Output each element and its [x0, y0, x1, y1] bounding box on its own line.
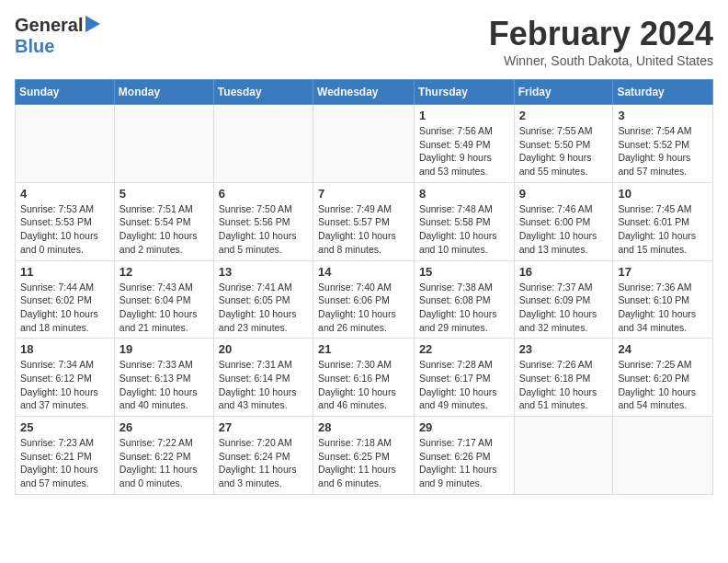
- day-info: Sunrise: 7:28 AM Sunset: 6:17 PM Dayligh…: [419, 358, 509, 412]
- calendar-cell: 13Sunrise: 7:41 AM Sunset: 6:05 PM Dayli…: [213, 260, 313, 339]
- day-info: Sunrise: 7:22 AM Sunset: 6:22 PM Dayligh…: [119, 436, 209, 490]
- day-info: Sunrise: 7:33 AM Sunset: 6:13 PM Dayligh…: [119, 358, 209, 412]
- day-info: Sunrise: 7:18 AM Sunset: 6:25 PM Dayligh…: [318, 436, 409, 490]
- day-number: 3: [618, 109, 708, 122]
- calendar-cell: 20Sunrise: 7:31 AM Sunset: 6:14 PM Dayli…: [213, 339, 313, 417]
- day-info: Sunrise: 7:56 AM Sunset: 5:49 PM Dayligh…: [419, 124, 509, 178]
- calendar-cell: 18Sunrise: 7:34 AM Sunset: 6:12 PM Dayli…: [16, 339, 115, 417]
- calendar-cell: 29Sunrise: 7:17 AM Sunset: 6:26 PM Dayli…: [414, 417, 514, 495]
- day-info: Sunrise: 7:30 AM Sunset: 6:16 PM Dayligh…: [318, 358, 409, 412]
- day-info: Sunrise: 7:49 AM Sunset: 5:57 PM Dayligh…: [318, 202, 409, 257]
- weekday-header-sunday: Sunday: [16, 80, 115, 105]
- calendar-cell: 28Sunrise: 7:18 AM Sunset: 6:25 PM Dayli…: [313, 417, 415, 495]
- calendar-cell: 3Sunrise: 7:54 AM Sunset: 5:52 PM Daylig…: [613, 105, 713, 183]
- day-number: 23: [519, 342, 609, 356]
- calendar-cell: 25Sunrise: 7:23 AM Sunset: 6:21 PM Dayli…: [16, 417, 115, 495]
- day-info: Sunrise: 7:48 AM Sunset: 5:58 PM Dayligh…: [419, 202, 509, 257]
- weekday-header-wednesday: Wednesday: [313, 80, 415, 105]
- day-number: 4: [20, 187, 109, 201]
- header: General Blue February 2024 Winner, South…: [15, 15, 713, 68]
- calendar-cell: 22Sunrise: 7:28 AM Sunset: 6:17 PM Dayli…: [414, 339, 514, 417]
- day-number: 11: [20, 265, 109, 279]
- weekday-header-row: SundayMondayTuesdayWednesdayThursdayFrid…: [16, 80, 713, 105]
- calendar-cell: 19Sunrise: 7:33 AM Sunset: 6:13 PM Dayli…: [114, 339, 213, 417]
- day-number: 14: [318, 265, 409, 279]
- day-number: 10: [618, 187, 708, 201]
- calendar-cell: 26Sunrise: 7:22 AM Sunset: 6:22 PM Dayli…: [114, 417, 213, 495]
- day-info: Sunrise: 7:40 AM Sunset: 6:06 PM Dayligh…: [318, 281, 409, 335]
- day-number: 20: [219, 342, 308, 356]
- logo: General Blue: [15, 15, 100, 57]
- weekday-header-friday: Friday: [514, 80, 613, 105]
- day-info: Sunrise: 7:26 AM Sunset: 6:18 PM Dayligh…: [519, 358, 609, 412]
- calendar-cell: 21Sunrise: 7:30 AM Sunset: 6:16 PM Dayli…: [313, 339, 415, 417]
- day-number: 5: [119, 187, 209, 201]
- calendar-week-row: 1Sunrise: 7:56 AM Sunset: 5:49 PM Daylig…: [16, 105, 713, 183]
- day-info: Sunrise: 7:54 AM Sunset: 5:52 PM Dayligh…: [618, 124, 708, 178]
- calendar-cell: 8Sunrise: 7:48 AM Sunset: 5:58 PM Daylig…: [414, 182, 514, 260]
- day-number: 7: [318, 187, 409, 201]
- day-info: Sunrise: 7:37 AM Sunset: 6:09 PM Dayligh…: [519, 281, 609, 335]
- day-number: 15: [419, 265, 509, 279]
- day-info: Sunrise: 7:51 AM Sunset: 5:54 PM Dayligh…: [119, 202, 209, 257]
- weekday-header-thursday: Thursday: [414, 80, 514, 105]
- logo-blue-text: Blue: [15, 36, 54, 57]
- day-info: Sunrise: 7:44 AM Sunset: 6:02 PM Dayligh…: [20, 281, 109, 335]
- day-number: 27: [219, 420, 308, 434]
- day-info: Sunrise: 7:53 AM Sunset: 5:53 PM Dayligh…: [20, 202, 109, 257]
- calendar-cell: [613, 417, 713, 495]
- title-location: Winner, South Dakota, United States: [489, 53, 713, 68]
- day-number: 2: [519, 109, 609, 122]
- day-info: Sunrise: 7:43 AM Sunset: 6:04 PM Dayligh…: [119, 281, 209, 335]
- weekday-header-saturday: Saturday: [613, 80, 713, 105]
- day-number: 18: [20, 342, 109, 356]
- calendar-week-row: 11Sunrise: 7:44 AM Sunset: 6:02 PM Dayli…: [16, 260, 713, 339]
- day-info: Sunrise: 7:17 AM Sunset: 6:26 PM Dayligh…: [419, 436, 509, 490]
- calendar-cell: 24Sunrise: 7:25 AM Sunset: 6:20 PM Dayli…: [613, 339, 713, 417]
- calendar-cell: 15Sunrise: 7:38 AM Sunset: 6:08 PM Dayli…: [414, 260, 514, 339]
- calendar-cell: 7Sunrise: 7:49 AM Sunset: 5:57 PM Daylig…: [313, 182, 415, 260]
- calendar-week-row: 25Sunrise: 7:23 AM Sunset: 6:21 PM Dayli…: [16, 417, 713, 495]
- calendar-cell: 2Sunrise: 7:55 AM Sunset: 5:50 PM Daylig…: [514, 105, 613, 183]
- calendar-cell: 12Sunrise: 7:43 AM Sunset: 6:04 PM Dayli…: [114, 260, 213, 339]
- calendar-cell: 1Sunrise: 7:56 AM Sunset: 5:49 PM Daylig…: [414, 105, 514, 183]
- day-number: 21: [318, 342, 409, 356]
- day-info: Sunrise: 7:34 AM Sunset: 6:12 PM Dayligh…: [20, 358, 109, 412]
- day-info: Sunrise: 7:20 AM Sunset: 6:24 PM Dayligh…: [219, 436, 308, 490]
- calendar-cell: 10Sunrise: 7:45 AM Sunset: 6:01 PM Dayli…: [613, 182, 713, 260]
- calendar-table: SundayMondayTuesdayWednesdayThursdayFrid…: [15, 79, 713, 495]
- title-month: February 2024: [489, 15, 713, 53]
- day-info: Sunrise: 7:50 AM Sunset: 5:56 PM Dayligh…: [219, 202, 308, 257]
- calendar-cell: 14Sunrise: 7:40 AM Sunset: 6:06 PM Dayli…: [313, 260, 415, 339]
- calendar-cell: 27Sunrise: 7:20 AM Sunset: 6:24 PM Dayli…: [213, 417, 313, 495]
- day-number: 12: [119, 265, 209, 279]
- logo-triangle-icon: [85, 16, 100, 36]
- calendar-cell: 6Sunrise: 7:50 AM Sunset: 5:56 PM Daylig…: [213, 182, 313, 260]
- day-number: 1: [419, 109, 509, 122]
- day-info: Sunrise: 7:36 AM Sunset: 6:10 PM Dayligh…: [618, 281, 708, 335]
- calendar-cell: 17Sunrise: 7:36 AM Sunset: 6:10 PM Dayli…: [613, 260, 713, 339]
- day-number: 6: [219, 187, 308, 201]
- calendar-cell: [114, 105, 213, 183]
- calendar-cell: [16, 105, 115, 183]
- weekday-header-tuesday: Tuesday: [213, 80, 313, 105]
- weekday-header-monday: Monday: [114, 80, 213, 105]
- day-number: 19: [119, 342, 209, 356]
- day-number: 17: [618, 265, 708, 279]
- day-number: 28: [318, 420, 409, 434]
- day-info: Sunrise: 7:31 AM Sunset: 6:14 PM Dayligh…: [219, 358, 308, 412]
- day-number: 24: [618, 342, 708, 356]
- calendar-cell: 23Sunrise: 7:26 AM Sunset: 6:18 PM Dayli…: [514, 339, 613, 417]
- calendar-cell: [213, 105, 313, 183]
- title-area: February 2024 Winner, South Dakota, Unit…: [489, 15, 713, 68]
- day-number: 9: [519, 187, 609, 201]
- calendar-cell: 16Sunrise: 7:37 AM Sunset: 6:09 PM Dayli…: [514, 260, 613, 339]
- day-number: 25: [20, 420, 109, 434]
- day-info: Sunrise: 7:46 AM Sunset: 6:00 PM Dayligh…: [519, 202, 609, 257]
- day-info: Sunrise: 7:41 AM Sunset: 6:05 PM Dayligh…: [219, 281, 308, 335]
- day-info: Sunrise: 7:55 AM Sunset: 5:50 PM Dayligh…: [519, 124, 609, 178]
- svg-marker-0: [85, 16, 100, 32]
- calendar-week-row: 4Sunrise: 7:53 AM Sunset: 5:53 PM Daylig…: [16, 182, 713, 260]
- day-info: Sunrise: 7:38 AM Sunset: 6:08 PM Dayligh…: [419, 281, 509, 335]
- day-info: Sunrise: 7:25 AM Sunset: 6:20 PM Dayligh…: [618, 358, 708, 412]
